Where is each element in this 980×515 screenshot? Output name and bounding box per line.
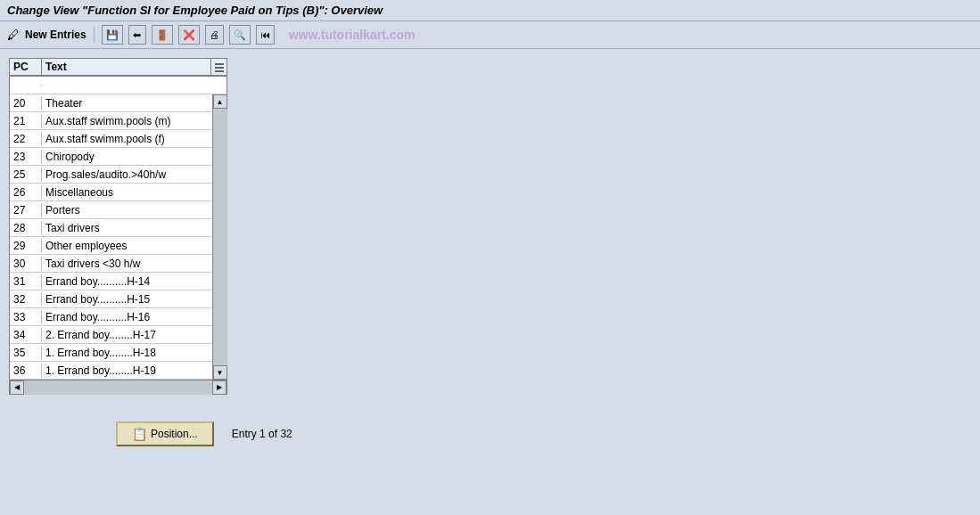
save-button[interactable]: 💾 — [102, 25, 123, 45]
position-button[interactable]: 📋 Position... — [116, 421, 214, 446]
entry-info: Entry 1 of 32 — [232, 428, 292, 440]
print-button[interactable]: 🖨 — [205, 25, 224, 45]
table-row[interactable]: 21Aux.staff swimm.pools (m) — [10, 112, 212, 130]
row-text: Taxi drivers — [42, 221, 212, 235]
table-header: PC Text — [10, 59, 226, 77]
row-pc: 26 — [10, 185, 42, 200]
row-pc: 30 — [10, 257, 42, 271]
watermark-text: www.tutorialkart.com — [289, 28, 416, 42]
filter-pc — [10, 85, 42, 86]
data-table: PC Text 20Theater21Aux. — [9, 58, 227, 395]
table-row[interactable]: 25Prog.sales/audito.>40h/w — [10, 166, 212, 184]
col-resize-icon[interactable] — [210, 59, 226, 75]
row-pc: 33 — [10, 310, 42, 324]
row-text: Miscellaneous — [42, 185, 212, 200]
table-row[interactable]: 20Theater — [10, 94, 212, 112]
row-text: Aux.staff swimm.pools (f) — [42, 132, 212, 146]
cancel-button[interactable]: ❌ — [178, 25, 200, 45]
back-button[interactable]: ⬅ — [128, 25, 146, 45]
exit-button[interactable]: 🚪 — [152, 25, 173, 45]
new-entries-icon: 🖊 — [7, 28, 20, 42]
resize-icon — [214, 61, 225, 72]
filter-text — [42, 85, 226, 86]
table-body-container: 20Theater21Aux.staff swimm.pools (m)22Au… — [10, 94, 226, 380]
table-row[interactable]: 31Errand boy..........H-14 — [10, 273, 212, 290]
row-text: 1. Errand boy........H-18 — [42, 346, 212, 360]
row-text: Porters — [42, 203, 212, 217]
vertical-scrollbar[interactable]: ▲ ▼ — [212, 94, 226, 380]
row-text: Prog.sales/audito.>40h/w — [42, 168, 212, 182]
row-text: Errand boy..........H-16 — [42, 310, 212, 324]
nav-first-button[interactable]: ⏮ — [256, 25, 275, 45]
table-row[interactable]: 23Chiropody — [10, 148, 212, 166]
toolbar-divider-1 — [94, 27, 95, 43]
scroll-track[interactable] — [213, 109, 227, 365]
table-row[interactable]: 22Aux.staff swimm.pools (f) — [10, 130, 212, 148]
row-text: Chiropody — [42, 150, 212, 164]
filter-row — [10, 77, 226, 94]
row-pc: 25 — [10, 168, 42, 182]
table-row[interactable]: 351. Errand boy........H-18 — [10, 344, 212, 362]
table-row[interactable]: 30Taxi drivers <30 h/w — [10, 255, 212, 273]
row-text: Aux.staff swimm.pools (m) — [42, 114, 212, 128]
row-pc: 35 — [10, 346, 42, 360]
table-row[interactable]: 26Miscellaneous — [10, 184, 212, 201]
hscroll-right-button[interactable]: ▶ — [212, 380, 226, 395]
row-pc: 22 — [10, 132, 42, 146]
table-row[interactable]: 28Taxi drivers — [10, 219, 212, 237]
row-pc: 28 — [10, 221, 42, 235]
title-text: Change View "Function SI for Employee Pa… — [7, 4, 383, 17]
row-pc: 32 — [10, 292, 42, 307]
row-pc: 31 — [10, 274, 42, 289]
row-pc: 29 — [10, 239, 42, 253]
svg-rect-0 — [215, 63, 224, 65]
table-wrapper: PC Text 20Theater21Aux. — [9, 58, 230, 395]
row-text: Errand boy..........H-14 — [42, 274, 212, 289]
scroll-down-button[interactable]: ▼ — [213, 365, 227, 380]
hscroll-left-button[interactable]: ◀ — [10, 380, 24, 395]
row-text: 2. Errand boy........H-17 — [42, 328, 212, 342]
table-body: 20Theater21Aux.staff swimm.pools (m)22Au… — [10, 94, 212, 380]
position-btn-label: Position... — [151, 428, 198, 440]
main-content: PC Text 20Theater21Aux. — [0, 49, 980, 455]
table-row[interactable]: 29Other employees — [10, 237, 212, 255]
table-row[interactable]: 361. Errand boy........H-19 — [10, 362, 212, 380]
col-header-text: Text — [42, 59, 210, 75]
row-pc: 36 — [10, 364, 42, 378]
row-text: Theater — [42, 96, 212, 110]
table-row[interactable]: 27Porters — [10, 201, 212, 219]
new-entries-label[interactable]: New Entries — [25, 29, 86, 41]
hscroll-track[interactable] — [24, 380, 212, 395]
position-icon: 📋 — [132, 427, 147, 441]
row-text: Other employees — [42, 239, 212, 253]
table-row[interactable]: 342. Errand boy........H-17 — [10, 326, 212, 344]
find-button[interactable]: 🔍 — [229, 25, 251, 45]
row-text: Errand boy..........H-15 — [42, 292, 212, 307]
row-text: 1. Errand boy........H-19 — [42, 364, 212, 378]
row-pc: 21 — [10, 114, 42, 128]
col-header-pc: PC — [10, 59, 42, 75]
row-pc: 34 — [10, 328, 42, 342]
bottom-controls: 📋 Position... Entry 1 of 32 — [116, 421, 971, 446]
horizontal-scrollbar[interactable]: ◀ ▶ — [10, 380, 226, 394]
row-pc: 23 — [10, 150, 42, 164]
svg-rect-2 — [215, 70, 224, 72]
table-row[interactable]: 33Errand boy..........H-16 — [10, 308, 212, 326]
row-pc: 20 — [10, 96, 42, 110]
scroll-up-button[interactable]: ▲ — [213, 94, 227, 109]
svg-rect-1 — [215, 67, 224, 69]
toolbar: 🖊 New Entries 💾 ⬅ 🚪 ❌ 🖨 🔍 ⏮ www.tutorial… — [0, 21, 980, 49]
table-row[interactable]: 32Errand boy..........H-15 — [10, 290, 212, 308]
title-bar: Change View "Function SI for Employee Pa… — [0, 0, 980, 21]
row-pc: 27 — [10, 203, 42, 217]
row-text: Taxi drivers <30 h/w — [42, 257, 212, 271]
